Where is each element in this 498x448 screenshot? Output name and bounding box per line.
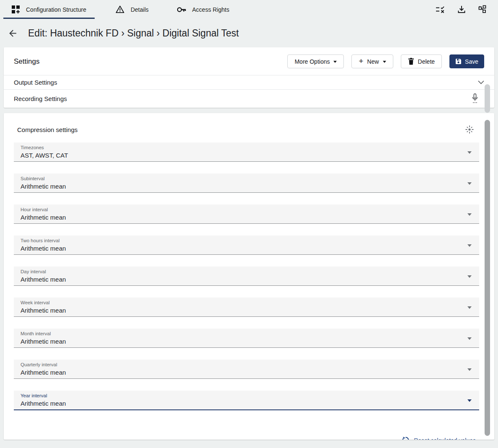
chevron-down-icon[interactable] — [478, 80, 484, 84]
field-label: Week interval — [14, 298, 479, 305]
field-label: Year interval — [14, 391, 479, 398]
accordion-row-output-settings[interactable]: Output Settings — [4, 75, 494, 89]
tab-label: Details — [131, 6, 149, 13]
field-value: Arithmetic mean — [14, 274, 479, 283]
dropdown-arrow-icon[interactable] — [467, 213, 472, 216]
caret-down-icon — [383, 61, 386, 63]
accordion-row-recording-settings[interactable]: Recording Settings — [4, 89, 494, 108]
tab-label: Configuration Structure — [26, 6, 86, 13]
schema-icon[interactable] — [478, 5, 488, 15]
caret-down-icon — [333, 61, 337, 63]
select-field-two-hours-interval[interactable]: Two hours interval Arithmetic mean — [14, 236, 479, 255]
field-value: Arithmetic mean — [14, 212, 479, 221]
tab-bar: Configuration Structure Details Access R… — [0, 0, 498, 19]
field-value: AST, AWST, CAT — [14, 150, 479, 159]
reset-calculated-values-button[interactable]: Reset calculated values — [402, 436, 476, 440]
reset-row: Reset calculated values — [4, 422, 494, 440]
new-button[interactable]: + New — [351, 54, 393, 68]
select-field-month-interval[interactable]: Month interval Arithmetic mean — [14, 329, 479, 348]
row-label: Output Settings — [14, 79, 57, 86]
select-field-week-interval[interactable]: Week interval Arithmetic mean — [14, 298, 479, 317]
settings-toolbar: Settings More Options + New Del — [4, 47, 494, 75]
tabbar-actions — [436, 0, 498, 19]
field-label: Day interval — [14, 267, 479, 274]
delete-label: Delete — [418, 58, 435, 65]
compression-card: Compression settings Timezones AST, AWST… — [4, 113, 494, 440]
tab-label: Access Rights — [192, 6, 230, 13]
trash-icon — [408, 58, 414, 65]
select-field-quarterly-interval[interactable]: Quarterly interval Arithmetic mean — [14, 360, 479, 379]
select-field-year-interval[interactable]: Year interval Arithmetic mean — [14, 391, 479, 410]
dropdown-arrow-icon[interactable] — [467, 182, 472, 185]
reset-label: Reset calculated values — [414, 437, 476, 440]
row-label: Recording Settings — [14, 95, 67, 102]
select-field-timezones[interactable]: Timezones AST, AWST, CAT — [14, 142, 479, 162]
delete-button[interactable]: Delete — [401, 54, 442, 68]
field-value: Arithmetic mean — [14, 181, 479, 190]
rule-icon[interactable] — [436, 5, 445, 14]
main-scrollbar-thumb[interactable] — [485, 120, 490, 436]
field-value: Arithmetic mean — [14, 243, 479, 252]
dropdown-arrow-icon[interactable] — [467, 337, 472, 340]
dropdown-arrow-icon[interactable] — [467, 244, 472, 247]
tab-details[interactable]: Details — [107, 0, 157, 19]
page-title: Edit: Haustechnik FD › Signal › Digital … — [28, 28, 239, 39]
tab-configuration-structure[interactable]: Configuration Structure — [3, 0, 95, 19]
save-label: Save — [465, 58, 478, 65]
settings-card-scrollbar-thumb[interactable] — [485, 84, 490, 113]
save-icon — [455, 58, 462, 65]
field-label: Two hours interval — [14, 236, 479, 243]
toolbar-buttons: More Options + New Delete — [287, 54, 484, 68]
plus-icon: + — [359, 57, 363, 65]
warning-triangle-icon — [116, 5, 124, 13]
dropdown-arrow-icon[interactable] — [467, 275, 472, 278]
field-value: Arithmetic mean — [14, 398, 479, 407]
more-options-button[interactable]: More Options — [287, 54, 344, 68]
microphone-icon — [472, 93, 478, 104]
field-label: Subinterval — [14, 174, 479, 181]
field-label: Quarterly interval — [14, 360, 479, 367]
dropdown-arrow-icon[interactable] — [467, 368, 472, 371]
settings-card: Settings More Options + New Del — [4, 47, 494, 108]
select-field-subinterval[interactable]: Subinterval Arithmetic mean — [14, 174, 479, 193]
field-label: Month interval — [14, 329, 479, 336]
field-label: Hour interval — [14, 205, 479, 212]
select-field-hour-interval[interactable]: Hour interval Arithmetic mean — [14, 205, 479, 224]
more-options-label: More Options — [294, 58, 330, 65]
save-button[interactable]: Save — [449, 54, 484, 68]
compression-heading: Compression settings — [17, 126, 77, 133]
dropdown-arrow-icon[interactable] — [467, 151, 472, 154]
flare-icon[interactable] — [465, 125, 474, 134]
key-icon — [177, 7, 186, 12]
field-value: Arithmetic mean — [14, 367, 479, 376]
arrow-back-icon[interactable] — [8, 28, 18, 39]
select-field-day-interval[interactable]: Day interval Arithmetic mean — [14, 267, 479, 286]
dropdown-arrow-icon[interactable] — [467, 306, 472, 309]
dropdown-arrow-icon[interactable] — [467, 399, 472, 402]
field-label: Timezones — [14, 142, 479, 150]
rotate-left-icon — [402, 436, 410, 440]
compression-header: Compression settings — [4, 113, 494, 142]
field-value: Arithmetic mean — [14, 305, 479, 314]
download-icon[interactable] — [458, 5, 465, 13]
page-header: Edit: Haustechnik FD › Signal › Digital … — [0, 19, 498, 47]
settings-heading: Settings — [14, 57, 39, 66]
field-value: Arithmetic mean — [14, 336, 479, 345]
tab-access-rights[interactable]: Access Rights — [169, 0, 238, 19]
new-label: New — [367, 58, 379, 65]
dashboard-customize-icon — [12, 5, 20, 13]
